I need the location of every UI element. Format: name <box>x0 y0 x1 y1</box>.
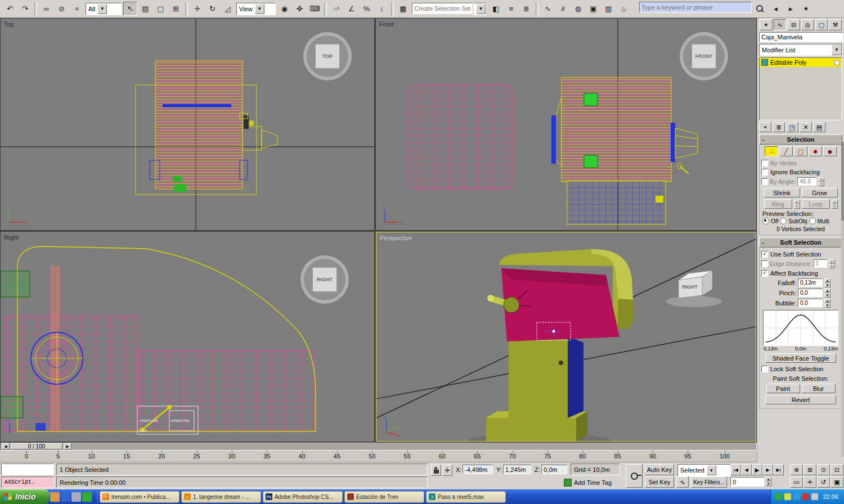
viewcube-face[interactable]: FRONT <box>692 44 716 69</box>
by-angle-field[interactable] <box>797 177 816 186</box>
selection-filter-dropdown[interactable]: All ▼ <box>86 3 122 15</box>
render-frame-icon[interactable] <box>601 2 616 16</box>
render-setup-icon[interactable] <box>586 2 600 16</box>
key-mode-dropdown[interactable]: Selected ▼ <box>677 464 731 476</box>
viewcube[interactable]: TOP <box>303 32 352 80</box>
tray-icon[interactable] <box>784 493 791 500</box>
maximize-viewport-icon[interactable] <box>830 476 843 488</box>
preview-multi-radio[interactable] <box>809 218 816 224</box>
edit-selection-sets-icon[interactable] <box>396 2 410 16</box>
object-name-field[interactable] <box>759 32 843 42</box>
favorites-icon[interactable] <box>799 2 813 16</box>
redo-icon[interactable] <box>18 2 32 16</box>
viewport-right[interactable]: APERTURE APERTURE LOCK Right RIGHT z y <box>1 232 374 442</box>
pinch-field[interactable] <box>798 289 823 297</box>
edge-distance-spinner[interactable]: ▴▾ <box>829 259 835 268</box>
by-angle-spinner[interactable]: ▴▾ <box>818 177 824 186</box>
modify-tab[interactable] <box>774 19 787 30</box>
angle-snap-icon[interactable] <box>344 2 358 16</box>
selection-set-combo[interactable] <box>412 3 473 14</box>
select-scale-icon[interactable] <box>221 2 235 16</box>
mirror-icon[interactable] <box>489 2 503 16</box>
by-vertex-checkbox[interactable] <box>761 160 768 166</box>
show-end-result-icon[interactable] <box>773 122 785 132</box>
go-start-icon[interactable] <box>730 464 741 475</box>
bind-spacewarp-icon[interactable] <box>70 2 84 16</box>
modifier-list-dropdown[interactable]: Modifier List ▼ <box>759 44 842 56</box>
quick-launch-icon[interactable] <box>82 492 92 502</box>
spinner-snap-icon[interactable] <box>375 2 389 16</box>
by-angle-checkbox[interactable] <box>761 178 768 185</box>
timeslider-right-arrow[interactable] <box>64 443 71 449</box>
modifier-stack[interactable]: Editable Poly <box>759 57 842 120</box>
chevron-down-icon[interactable]: ▼ <box>476 4 486 14</box>
pin-stack-icon[interactable] <box>759 122 771 132</box>
polygon-mode-icon[interactable] <box>809 146 822 156</box>
quick-render-icon[interactable] <box>617 2 631 16</box>
schematic-view-icon[interactable] <box>556 2 570 16</box>
ignore-backfacing-checkbox[interactable] <box>761 169 768 176</box>
window-crossing-icon[interactable] <box>169 2 183 16</box>
viewcube-face[interactable]: TOP <box>315 44 340 69</box>
play-icon[interactable] <box>752 464 762 475</box>
viewport-label[interactable]: Perspective <box>380 235 412 241</box>
absolute-offset-icon[interactable] <box>442 465 452 476</box>
ring-spinner[interactable]: ▴▾ <box>794 200 800 209</box>
search-next-icon[interactable] <box>784 2 798 16</box>
create-tab[interactable] <box>760 19 773 30</box>
viewport-label[interactable]: Front <box>379 21 394 28</box>
task-button[interactable]: Paso a nivel5.max <box>426 491 506 503</box>
loop-spinner[interactable]: ▴▾ <box>832 200 838 209</box>
chevron-down-icon[interactable]: ▼ <box>707 465 716 475</box>
percent-snap-icon[interactable] <box>360 2 374 16</box>
select-rotate-icon[interactable] <box>205 2 219 16</box>
shrink-button[interactable]: Shrink <box>764 188 800 197</box>
paint-button[interactable]: Paint <box>766 384 800 393</box>
preview-subobj-radio[interactable] <box>780 218 787 224</box>
x-coordinate-field[interactable] <box>463 465 493 474</box>
falloff-field[interactable] <box>798 278 823 287</box>
timeslider-left-arrow[interactable] <box>2 443 10 449</box>
selection-rollout-header[interactable]: - Selection <box>759 134 842 145</box>
kbd-override-icon[interactable] <box>308 2 322 16</box>
viewcube[interactable]: RIGHT <box>663 263 725 312</box>
edge-distance-checkbox[interactable] <box>761 260 768 267</box>
next-frame-icon[interactable] <box>762 464 773 475</box>
task-button[interactable]: trensim.com • Publica... <box>100 491 179 503</box>
start-button[interactable]: Inicio <box>0 489 50 504</box>
affect-backfacing-checkbox[interactable]: ✓ <box>761 270 768 277</box>
shaded-face-toggle-button[interactable]: Shaded Face Toggle <box>765 353 836 363</box>
arc-rotate-icon[interactable] <box>817 476 830 488</box>
ring-button[interactable]: Ring <box>764 199 792 209</box>
key-filters-button[interactable]: Key Filters... <box>691 476 727 488</box>
viewcube-face[interactable]: RIGHT <box>312 267 337 292</box>
revert-button[interactable]: Revert <box>765 395 836 404</box>
tray-icon[interactable] <box>793 493 800 500</box>
pan-icon[interactable] <box>803 476 816 488</box>
stack-row-editable-poly[interactable]: Editable Poly <box>760 58 842 67</box>
scrollbar-thumb[interactable] <box>841 142 844 220</box>
configure-sets-icon[interactable] <box>813 122 825 132</box>
zoom-extents-all-icon[interactable] <box>830 464 843 475</box>
tray-icon[interactable] <box>775 493 782 500</box>
add-time-tag[interactable]: Add Time Tag <box>574 479 612 486</box>
select-manipulate-icon[interactable] <box>293 2 307 16</box>
visibility-icon[interactable] <box>834 60 840 66</box>
snap-toggle-icon[interactable] <box>329 2 343 16</box>
quick-launch-icon[interactable] <box>71 492 81 502</box>
bubble-field[interactable] <box>798 299 823 307</box>
zoom-extents-icon[interactable] <box>817 464 830 475</box>
search-prev-icon[interactable] <box>769 2 783 16</box>
preview-off-radio[interactable] <box>762 218 769 224</box>
border-mode-icon[interactable] <box>794 146 807 156</box>
viewcube[interactable]: FRONT <box>680 32 728 80</box>
display-tab[interactable] <box>815 19 828 30</box>
chevron-down-icon[interactable]: ▼ <box>255 4 264 14</box>
loop-button[interactable]: Loop <box>802 199 830 209</box>
go-end-icon[interactable] <box>773 464 784 475</box>
lock-selection-button[interactable] <box>431 465 441 476</box>
collapse-icon[interactable]: - <box>760 136 766 143</box>
viewport-top[interactable]: Top TOP y x z <box>1 19 374 230</box>
chevron-down-icon[interactable]: ▼ <box>97 4 107 14</box>
track-bar[interactable]: 0 5 10 15 20 25 30 35 40 45 50 55 60 65 … <box>0 451 757 462</box>
